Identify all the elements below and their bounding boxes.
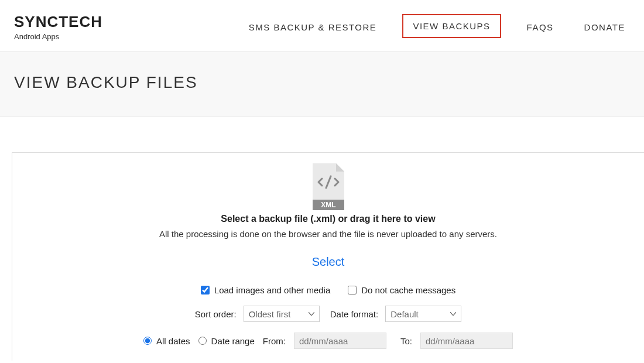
select-file-button[interactable]: Select [312, 255, 345, 269]
title-band: VIEW BACKUP FILES [0, 52, 644, 117]
nav-faqs[interactable]: FAQS [522, 19, 559, 38]
load-media-checkbox[interactable] [201, 286, 210, 294]
nav-view-backups[interactable]: VIEW BACKUPS [402, 14, 501, 38]
date-range-label: Date range [211, 336, 255, 346]
svg-marker-1 [336, 163, 344, 172]
date-range-option[interactable]: Date range [198, 336, 255, 346]
all-dates-radio[interactable] [143, 337, 152, 345]
all-dates-label: All dates [156, 336, 190, 346]
sort-order-select[interactable]: Oldest first [244, 306, 320, 322]
nav-donate[interactable]: DONATE [580, 19, 630, 38]
load-media-label: Load images and other media [214, 285, 330, 295]
file-select-prompt: Select a backup file (.xml) or drag it h… [26, 214, 630, 224]
xml-badge-text: XML [321, 201, 335, 209]
site-header: SYNCTECH Android Apps SMS BACKUP & RESTO… [0, 0, 644, 52]
options-row-2: Sort order: Oldest first Date format: De… [26, 306, 630, 322]
page-title: VIEW BACKUP FILES [14, 73, 630, 92]
xml-file-icon: XML [310, 163, 347, 210]
date-format-select[interactable]: Default [385, 306, 461, 322]
upload-panel: XML Select a backup file (.xml) or drag … [12, 152, 644, 361]
brand-block: SYNCTECH Android Apps [14, 13, 102, 41]
to-date-input[interactable] [420, 333, 513, 349]
brand-subtitle: Android Apps [14, 32, 102, 41]
from-date-input[interactable] [294, 333, 386, 349]
date-range-row: All dates Date range From: To: [26, 333, 630, 349]
content-area: XML Select a backup file (.xml) or drag … [0, 117, 644, 361]
date-range-radio[interactable] [198, 337, 207, 345]
nav-sms-backup-restore[interactable]: SMS BACKUP & RESTORE [244, 19, 382, 38]
sort-order-label: Sort order: [195, 309, 237, 319]
to-label: To: [400, 336, 412, 346]
no-cache-label: Do not cache messages [361, 285, 455, 295]
all-dates-option[interactable]: All dates [143, 336, 190, 346]
load-media-option[interactable]: Load images and other media [201, 285, 330, 295]
brand-title: SYNCTECH [14, 13, 102, 31]
no-cache-checkbox[interactable] [348, 286, 357, 294]
from-label: From: [263, 336, 286, 346]
file-select-subtext: All the processing is done on the browse… [26, 229, 630, 239]
options-row-1: Load images and other media Do not cache… [26, 285, 630, 295]
main-nav: SMS BACKUP & RESTORE VIEW BACKUPS FAQS D… [244, 13, 630, 38]
date-format-label: Date format: [330, 309, 379, 319]
no-cache-option[interactable]: Do not cache messages [348, 285, 455, 295]
